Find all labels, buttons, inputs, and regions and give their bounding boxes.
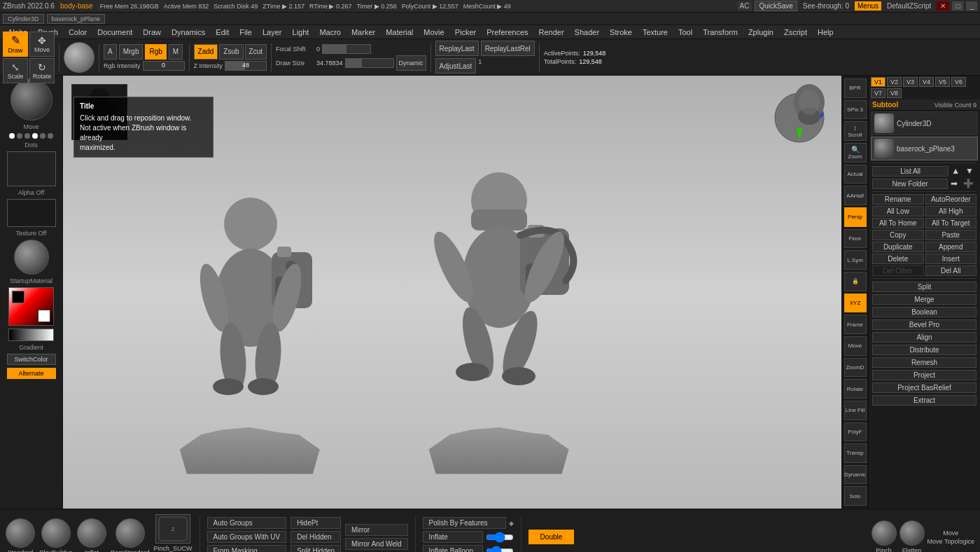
auto-groups-btn[interactable]: Auto Groups [207, 517, 287, 529]
paste-btn[interactable]: Paste [925, 230, 977, 240]
folder-plus-btn[interactable]: ➕ [960, 178, 976, 189]
baserock-btn[interactable]: baserock_pPlane [47, 14, 106, 24]
dot[interactable] [40, 133, 46, 139]
polyf-btn[interactable]: PolyF [844, 422, 867, 442]
from-masking-btn[interactable]: From Masking [207, 545, 287, 552]
aahalf-btn[interactable]: AAHalf [844, 186, 867, 205]
append-btn[interactable]: Append [925, 242, 977, 252]
folder-arrow-btn[interactable]: ➡ [948, 178, 960, 189]
menu-layer[interactable]: Layer [258, 27, 287, 38]
list-all-btn[interactable]: List All [872, 166, 948, 177]
boolean-btn[interactable]: Boolean [872, 307, 976, 317]
rgb-intensity-slider[interactable]: 0 [143, 61, 185, 71]
dot[interactable] [48, 133, 53, 139]
rotate-tool-btn[interactable]: ↻ Rotate [29, 58, 55, 83]
all-low-btn[interactable]: All Low [872, 206, 924, 216]
xyz-btn[interactable]: XYZ [844, 294, 867, 313]
menu-tool[interactable]: Tool [673, 27, 697, 38]
mrgb-btn[interactable]: Mrgb [119, 44, 144, 60]
project-basrelief-btn[interactable]: Project BasRelief [872, 382, 976, 393]
inflate-slider[interactable] [486, 532, 514, 543]
split-btn[interactable]: Split [872, 282, 976, 292]
menu-stroke[interactable]: Stroke [605, 27, 637, 38]
spix-btn[interactable]: SPix 3 [844, 100, 867, 120]
menu-color[interactable]: Color [64, 27, 92, 38]
rgb-btn[interactable]: Rgb [145, 44, 166, 60]
move-tool-btn[interactable]: ✥ Move [29, 32, 55, 57]
ac-btn[interactable]: AC [737, 1, 752, 11]
dot[interactable] [24, 133, 30, 139]
auto-reorder-btn[interactable]: AutoReorder [925, 194, 977, 205]
quicksave-btn[interactable]: QuickSave [755, 1, 797, 11]
duplicate-btn[interactable]: Duplicate [872, 242, 924, 252]
remesh-btn[interactable]: Remesh [872, 357, 976, 368]
arrow-up-btn[interactable]: ▲ [948, 165, 962, 177]
project-btn[interactable]: Project [872, 370, 976, 380]
bpr-btn[interactable]: BPR [844, 78, 867, 98]
menu-document[interactable]: Document [92, 27, 137, 38]
frame-btn[interactable]: Frame [844, 315, 867, 334]
replay-last-btn[interactable]: ReplayLast [435, 41, 479, 56]
del-hidden-btn[interactable]: Del Hidden [290, 531, 341, 543]
menu-texture[interactable]: Texture [638, 27, 673, 38]
focal-shift-slider[interactable] [322, 44, 371, 54]
menu-picker[interactable]: Picker [450, 27, 482, 38]
inflate-balloon-slider[interactable] [486, 546, 514, 553]
dynamic-btn[interactable]: Dynamic [396, 55, 426, 71]
damstandard-tool[interactable]: DamStandard [111, 518, 150, 553]
draw-tool-btn[interactable]: ✎ Draw [3, 32, 28, 57]
del-other-btn[interactable]: Del Other [872, 265, 924, 276]
lock-btn[interactable]: 🔒 [844, 272, 867, 291]
insert-btn[interactable]: Insert [925, 254, 977, 264]
dot[interactable] [17, 133, 22, 139]
distribute-btn[interactable]: Distribute [872, 345, 976, 355]
menu-preferences[interactable]: Preferences [482, 27, 533, 38]
dot[interactable] [9, 133, 15, 139]
menu-macro[interactable]: Macro [314, 27, 346, 38]
zcut-btn[interactable]: Zcut [245, 44, 267, 60]
maximize-btn[interactable]: □ [952, 1, 963, 11]
scroll-btn[interactable]: ↕ Scroll [844, 121, 867, 141]
floor-btn[interactable]: Floor [844, 229, 867, 249]
rotate-icon-btn[interactable]: Rotate [844, 379, 867, 399]
brush-sphere[interactable] [10, 78, 52, 120]
flatten-tool[interactable]: Flatten [899, 520, 925, 553]
defaultzscript-btn[interactable]: DefaultZScript [884, 1, 934, 11]
del-all-btn[interactable]: Del All [925, 265, 977, 276]
menu-light[interactable]: Light [288, 27, 314, 38]
arrow-down-btn[interactable]: ▼ [962, 165, 976, 177]
v4-btn[interactable]: V4 [919, 77, 934, 87]
subtool-item-cylinder[interactable]: Cylinder3D [871, 111, 978, 135]
menu-file[interactable]: File [234, 27, 257, 38]
texture-rect[interactable] [7, 199, 56, 227]
menu-shader[interactable]: Shader [570, 27, 604, 38]
viewport[interactable]: Title Click and drag to reposition windo… [63, 76, 841, 509]
menu-edit[interactable]: Edit [211, 27, 234, 38]
solo-btn[interactable]: Solo [844, 486, 867, 506]
gradient-bar[interactable] [8, 329, 54, 341]
persp-btn[interactable]: Persp [844, 207, 867, 227]
dot[interactable] [32, 133, 38, 139]
transp-btn[interactable]: Transp [844, 443, 867, 463]
draw-size-slider[interactable] [345, 58, 394, 68]
v1-btn[interactable]: V1 [871, 77, 886, 87]
all-to-target-btn[interactable]: All To Target [925, 218, 977, 228]
cylinder3d-btn[interactable]: Cylinder3D [3, 14, 44, 24]
a-btn[interactable]: A [104, 44, 117, 60]
double-btn[interactable]: Double [528, 530, 575, 544]
inflate-balloon-btn[interactable]: Inflate Balloon [423, 545, 483, 552]
copy-btn[interactable]: Copy [872, 230, 924, 240]
menu-movie[interactable]: Movie [419, 27, 449, 38]
merge-btn[interactable]: Merge [872, 294, 976, 305]
all-to-home-btn[interactable]: All To Home [872, 218, 924, 228]
new-folder-btn[interactable]: New Folder [872, 179, 948, 189]
inflat-tool[interactable]: Inflat [77, 518, 106, 553]
delete-btn[interactable]: Delete [872, 254, 924, 264]
inflate-btn[interactable]: Inflate [423, 531, 483, 543]
head-preview[interactable] [783, 81, 836, 135]
hidept-btn[interactable]: HidePt [290, 517, 341, 529]
menu-zscript[interactable]: Zscript [779, 27, 812, 38]
brush-preview[interactable] [64, 42, 94, 73]
adjust-last-btn[interactable]: AdjustLast [435, 58, 477, 74]
menu-draw[interactable]: Draw [138, 27, 166, 38]
